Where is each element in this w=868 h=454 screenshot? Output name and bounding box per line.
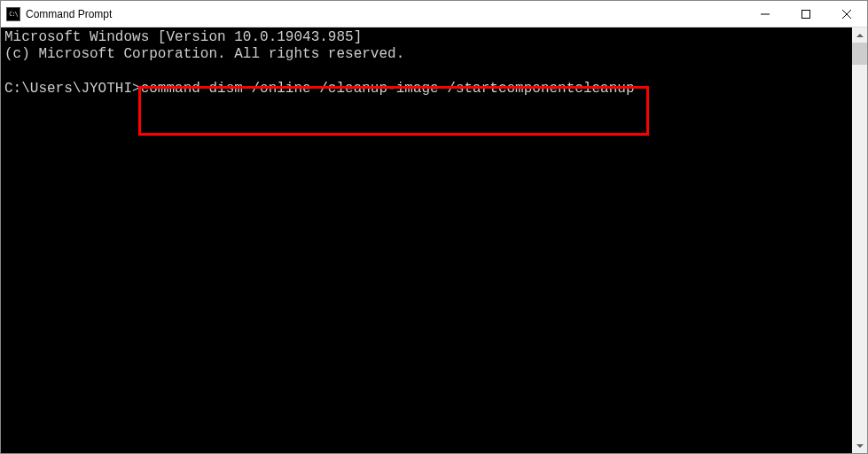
scroll-down-button[interactable] bbox=[852, 438, 867, 453]
minimize-icon bbox=[761, 10, 770, 19]
command-line: C:\Users\JYOTHI>command dism /online /cl… bbox=[4, 81, 848, 98]
scroll-thumb[interactable] bbox=[852, 43, 867, 65]
copyright-line: (c) Microsoft Corporation. All rights re… bbox=[4, 46, 848, 63]
terminal-container: Microsoft Windows [Version 10.0.19043.98… bbox=[1, 27, 867, 453]
maximize-button[interactable] bbox=[786, 1, 826, 27]
window-title: Command Prompt bbox=[26, 8, 112, 20]
chevron-up-icon bbox=[856, 34, 864, 37]
close-button[interactable] bbox=[826, 1, 867, 27]
window-controls bbox=[745, 1, 867, 27]
vertical-scrollbar[interactable] bbox=[852, 27, 867, 453]
chevron-down-icon bbox=[856, 444, 864, 448]
window-titlebar: C:\ Command Prompt bbox=[1, 1, 867, 27]
maximize-icon bbox=[802, 10, 810, 19]
svg-rect-1 bbox=[802, 10, 810, 18]
version-line: Microsoft Windows [Version 10.0.19043.98… bbox=[4, 29, 848, 46]
blank-line bbox=[4, 63, 848, 80]
command-text: command dism /online /cleanup-image /sta… bbox=[141, 81, 635, 97]
scroll-track[interactable] bbox=[852, 43, 867, 438]
terminal-output[interactable]: Microsoft Windows [Version 10.0.19043.98… bbox=[1, 27, 852, 453]
titlebar-left: C:\ Command Prompt bbox=[1, 7, 112, 21]
command-prompt-icon: C:\ bbox=[6, 7, 20, 21]
close-icon bbox=[842, 10, 851, 19]
scroll-up-button[interactable] bbox=[852, 27, 867, 43]
minimize-button[interactable] bbox=[745, 1, 786, 27]
prompt-text: C:\Users\JYOTHI> bbox=[4, 81, 141, 97]
